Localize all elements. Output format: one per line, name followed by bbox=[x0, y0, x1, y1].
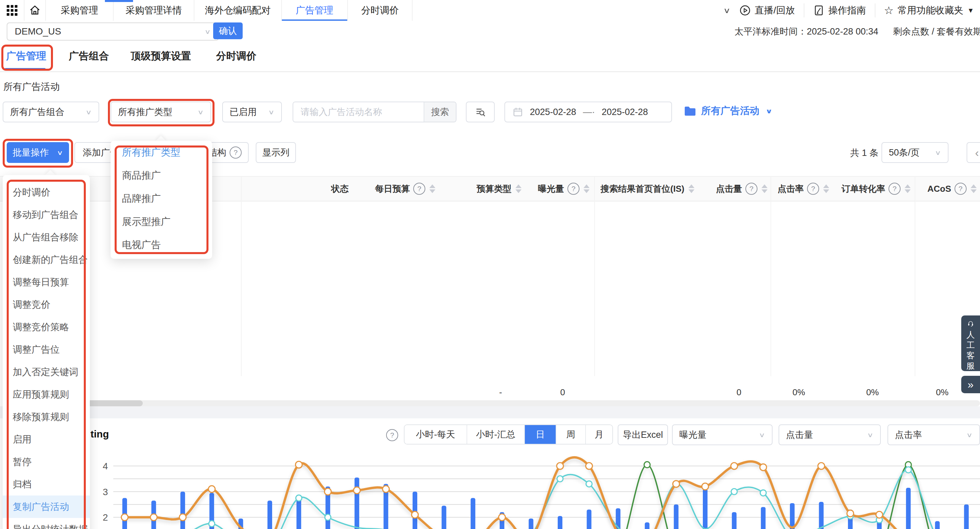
favorites-menu[interactable]: ☆ 常用功能收藏夹 ▼ bbox=[884, 4, 974, 17]
apps-grid-icon[interactable] bbox=[0, 0, 24, 21]
column-header[interactable]: 点击率? bbox=[778, 177, 829, 201]
advanced-search-button[interactable] bbox=[466, 102, 495, 123]
date-separator: —· bbox=[583, 107, 595, 117]
bulk-menu-item[interactable]: 调整广告位 bbox=[3, 338, 90, 361]
nav-tab-2[interactable]: 采购管理详情 bbox=[114, 0, 194, 21]
list-search-icon bbox=[474, 106, 486, 118]
bulk-menu-item[interactable]: 调整竞价 bbox=[3, 293, 90, 316]
column-header[interactable]: ACoS? bbox=[928, 177, 977, 201]
column-label: 状态 bbox=[331, 183, 348, 195]
bulk-actions-menu: 分时调价移动到广告组合从广告组合移除创建新的广告组合调整每日预算调整竞价调整竞价… bbox=[3, 175, 90, 529]
chevron-down-icon: ∨ bbox=[204, 28, 211, 35]
search-button[interactable]: 搜索 bbox=[424, 102, 456, 122]
promo-type-option[interactable]: 商品推广 bbox=[111, 164, 212, 187]
column-separator bbox=[241, 176, 242, 400]
page-size-select[interactable]: 50条/页 ∨ bbox=[881, 142, 948, 163]
service-expand-button[interactable]: » bbox=[961, 376, 980, 393]
timezone-time-text: 太平洋标准时间：2025-02-28 00:34 bbox=[734, 25, 878, 38]
sort-asc-icon bbox=[905, 184, 911, 188]
metric-select-2[interactable]: 点击量∨ bbox=[779, 424, 881, 445]
sort-icons[interactable] bbox=[823, 184, 829, 193]
live-replay-link[interactable]: 直播/回放 bbox=[739, 4, 795, 17]
column-header[interactable]: 订单转化率? bbox=[842, 177, 911, 201]
column-header[interactable]: 预算类型 bbox=[477, 177, 522, 201]
page-tab-2[interactable]: 广告组合 bbox=[69, 42, 109, 70]
column-separator bbox=[915, 176, 915, 400]
promo-type-options: 所有推广类型商品推广品牌推广展示型推广电视广告 bbox=[111, 141, 212, 257]
column-header[interactable]: 状态 bbox=[331, 177, 348, 201]
nav-tab-5[interactable]: 分时调价 bbox=[348, 0, 412, 21]
promo-type-option[interactable]: 展示型推广 bbox=[111, 210, 212, 233]
chevron-down-icon: ∨ bbox=[759, 431, 765, 438]
portfolio-filter-select[interactable]: 所有广告组合 ∨ bbox=[3, 102, 99, 123]
metric-select-3[interactable]: 点击率∨ bbox=[888, 424, 980, 445]
workspace-select[interactable]: DEMO_US ∨ bbox=[7, 22, 219, 41]
range-tab-4[interactable]: 周 bbox=[556, 425, 585, 444]
bulk-menu-item[interactable]: 应用预算规则 bbox=[3, 383, 90, 406]
range-tab-2[interactable]: 小时-汇总 bbox=[466, 425, 524, 444]
nav-tabs: 采购管理采购管理详情海外仓编码配对广告管理分时调价 bbox=[46, 0, 412, 21]
page-tab-4[interactable]: 分时调价 bbox=[216, 42, 256, 70]
bulk-menu-item[interactable]: 移除预算规则 bbox=[3, 406, 90, 428]
bulk-menu-item[interactable]: 创建新的广告组合 bbox=[3, 249, 90, 271]
range-tab-1[interactable]: 小时-每天 bbox=[404, 425, 466, 444]
active-tab-indicator bbox=[105, 0, 133, 2]
bulk-menu-item[interactable]: 启用 bbox=[3, 428, 90, 451]
status-filter-select[interactable]: 已启用 ∨ bbox=[222, 102, 282, 123]
bulk-menu-item[interactable]: 暂停 bbox=[3, 451, 90, 473]
bulk-menu-item[interactable]: 复制广告活动 bbox=[3, 496, 90, 518]
customer-service-widget[interactable]: 人工客服 bbox=[961, 315, 980, 371]
bulk-menu-item[interactable]: 移动到广告组合 bbox=[3, 204, 90, 226]
bulk-menu-item[interactable]: 加入否定关键词 bbox=[3, 361, 90, 383]
nav-tab-4[interactable]: 广告管理 bbox=[282, 0, 348, 21]
help-icon: ? bbox=[229, 147, 242, 159]
column-header[interactable]: 点击量? bbox=[716, 177, 767, 201]
bulk-menu-item[interactable]: 调整每日预算 bbox=[3, 271, 90, 293]
page-tab-3[interactable]: 顶级预算设置 bbox=[131, 42, 191, 70]
guide-link[interactable]: 操作指南 bbox=[813, 4, 866, 17]
sort-icons[interactable] bbox=[689, 184, 694, 193]
promo-type-option[interactable]: 电视广告 bbox=[111, 233, 212, 257]
sort-asc-icon bbox=[970, 184, 977, 188]
bulk-actions-button[interactable]: 批量操作 ∨ bbox=[7, 142, 69, 163]
range-tab-5[interactable]: 月 bbox=[585, 425, 612, 444]
sort-desc-icon bbox=[823, 190, 829, 193]
page-tab-1[interactable]: 广告管理 bbox=[6, 42, 46, 70]
confirm-button[interactable]: 确认 bbox=[213, 22, 243, 39]
horizontal-scrollbar[interactable] bbox=[77, 400, 980, 406]
range-tab-3[interactable]: 日 bbox=[524, 425, 556, 444]
bulk-menu-item[interactable]: 归档 bbox=[3, 473, 90, 496]
nav-tab-3[interactable]: 海外仓编码配对 bbox=[194, 0, 282, 21]
bulk-menu-item[interactable]: 分时调价 bbox=[3, 181, 90, 204]
column-header[interactable]: 曝光量? bbox=[538, 177, 590, 201]
metric-select-1[interactable]: 曝光量∨ bbox=[672, 424, 773, 445]
promo-type-filter-value: 所有推广类型 bbox=[118, 106, 172, 118]
sort-icons[interactable] bbox=[970, 184, 977, 193]
sort-icons[interactable] bbox=[905, 184, 911, 193]
column-header[interactable]: 搜索结果首页首位(IS) bbox=[601, 177, 694, 201]
play-circle-icon bbox=[739, 5, 751, 16]
account-info: 太平洋标准时间：2025-02-28 00:34 剩余点数 / 套餐有效期 bbox=[734, 21, 980, 42]
date-range-picker[interactable]: 2025-02-28 —· 2025-02-28 bbox=[504, 102, 672, 123]
promo-type-option[interactable]: 品牌推广 bbox=[111, 187, 212, 210]
home-icon[interactable] bbox=[24, 0, 46, 21]
collapse-chevron-icon[interactable]: ∨ bbox=[723, 6, 731, 15]
sort-icons[interactable] bbox=[430, 184, 435, 193]
show-columns-button[interactable]: 显示列 bbox=[256, 142, 296, 163]
column-header[interactable]: 每日预算? bbox=[375, 177, 435, 201]
export-excel-button[interactable]: 导出Excel bbox=[618, 424, 668, 445]
campaign-scope-select[interactable]: 所有广告活动 ∨ bbox=[684, 104, 773, 118]
promo-type-filter-select[interactable]: 所有推广类型 ∨ bbox=[111, 102, 211, 123]
sort-icons[interactable] bbox=[762, 184, 767, 193]
bulk-menu-item[interactable]: 从广告组合移除 bbox=[3, 226, 90, 249]
bulk-menu-item[interactable]: 调整竞价策略 bbox=[3, 316, 90, 338]
sort-icons[interactable] bbox=[584, 184, 590, 193]
bulk-menu-item[interactable]: 导出分时统计数据 bbox=[3, 518, 90, 529]
pagination-prev-button[interactable]: ‹ bbox=[967, 142, 980, 163]
campaign-scope-value: 所有广告活动 bbox=[701, 104, 759, 118]
sort-icons[interactable] bbox=[515, 184, 522, 193]
promo-type-option[interactable]: 所有推广类型 bbox=[111, 141, 212, 164]
nav-tab-1[interactable]: 采购管理 bbox=[46, 0, 114, 21]
sort-desc-icon bbox=[430, 190, 435, 193]
campaign-name-input[interactable] bbox=[293, 102, 424, 122]
